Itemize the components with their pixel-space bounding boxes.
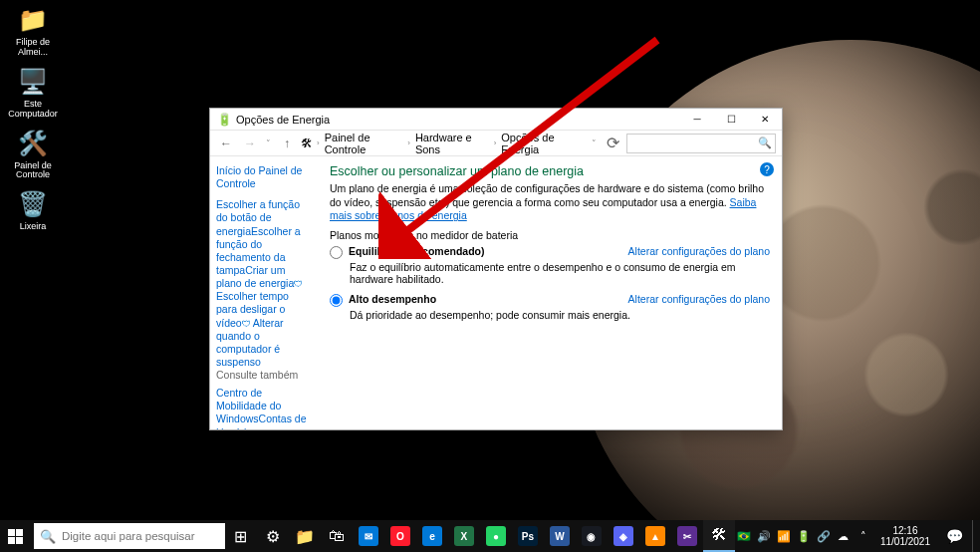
desktop-icon-this-pc[interactable]: 🖥️Este Computador xyxy=(4,66,62,120)
taskbar-app-whatsapp[interactable]: ● xyxy=(480,520,512,552)
recent-locations-button[interactable]: ˅ xyxy=(264,138,273,148)
page-description: Um plano de energia é uma coleção de con… xyxy=(330,182,770,223)
windows-logo-icon xyxy=(8,529,23,544)
control-panel-icon: 🛠 xyxy=(711,526,727,544)
tray-icon[interactable]: ˄ xyxy=(855,520,872,552)
breadcrumb-item[interactable]: Painel de Controle xyxy=(322,130,406,157)
plan-description: Dá prioridade ao desempenho; pode consum… xyxy=(350,309,770,321)
mail-icon: ✉ xyxy=(359,526,378,546)
start-button[interactable] xyxy=(0,520,32,552)
desktop-icon-label: Lixeira xyxy=(20,222,47,232)
taskbar-search[interactable]: 🔍 xyxy=(34,523,225,549)
taskbar-app-steam[interactable]: ◉ xyxy=(576,520,608,552)
taskbar-app-snipping[interactable]: ✂ xyxy=(671,520,703,552)
back-button[interactable]: ← xyxy=(216,134,236,153)
page-heading: Escolher ou personalizar um plano de ene… xyxy=(330,164,770,178)
user-folder-icon: 📁 xyxy=(17,4,49,36)
vlc-icon: ▲ xyxy=(645,526,665,546)
taskbar-app-mail[interactable]: ✉ xyxy=(353,520,384,552)
maximize-button[interactable]: ☐ xyxy=(714,109,748,131)
tray-icon[interactable]: 🔊 xyxy=(755,520,773,552)
clock[interactable]: 12:16 11/01/2021 xyxy=(874,525,936,547)
store-icon: 🛍 xyxy=(329,527,345,545)
tray-icon[interactable]: 🔗 xyxy=(815,520,833,552)
control-panel-icon: 🛠️ xyxy=(17,128,49,159)
breadcrumb-path[interactable]: 🛠›Painel de Controle›Hardware e Sons›Opç… xyxy=(301,130,586,157)
taskbar-app-excel[interactable]: X xyxy=(448,520,480,552)
sidebar-link-home[interactable]: Início do Painel de Controle xyxy=(216,164,312,190)
taskbar-app-word[interactable]: W xyxy=(544,520,576,552)
tray-icon[interactable]: 📶 xyxy=(775,520,793,552)
taskbar-app-discord[interactable]: ◈ xyxy=(608,520,639,552)
forward-button[interactable]: → xyxy=(240,134,260,153)
desktop-icon-user-folder[interactable]: 📁Filipe de Almei... xyxy=(4,4,62,58)
desktop-icon-recycle-bin[interactable]: 🗑️Lixeira xyxy=(4,188,62,232)
power-plan-option[interactable]: Equilibrado (recomendado) xyxy=(330,245,485,259)
photoshop-icon: Ps xyxy=(518,526,538,546)
refresh-button[interactable]: ⟳ xyxy=(603,134,622,153)
taskbar-app-vlc[interactable]: ▲ xyxy=(639,520,671,552)
whatsapp-icon: ● xyxy=(486,526,506,546)
file-explorer-icon: 📁 xyxy=(295,527,315,546)
search-input[interactable] xyxy=(626,134,776,153)
plan-radio[interactable] xyxy=(330,246,343,259)
breadcrumb-item[interactable]: Hardware e Sons xyxy=(412,130,492,157)
notification-center-button[interactable]: 💬 xyxy=(938,520,970,552)
edge-icon: e xyxy=(422,526,442,546)
titlebar[interactable]: 🔋 Opções de Energia ─ ☐ ✕ xyxy=(210,109,782,131)
recycle-bin-icon: 🗑️ xyxy=(17,188,49,220)
taskbar-app-photoshop[interactable]: Ps xyxy=(512,520,544,552)
main-content: ? Escolher ou personalizar um plano de e… xyxy=(318,156,782,429)
settings-icon: ⚙ xyxy=(266,527,280,546)
tray-icon[interactable]: 🔋 xyxy=(795,520,813,552)
desktop-icon-label: Este Computador xyxy=(4,100,62,120)
task-view-icon: ⊞ xyxy=(234,527,247,546)
help-icon[interactable]: ? xyxy=(760,162,774,176)
taskbar-app-file-explorer[interactable]: 📁 xyxy=(289,520,321,552)
opera-icon: O xyxy=(390,526,410,546)
battery-icon: 🔋 xyxy=(216,112,232,128)
plan-label[interactable]: Equilibrado (recomendado) xyxy=(349,245,485,257)
plan-description: Faz o equilíbrio automaticamente entre o… xyxy=(350,261,770,285)
window-title: Opções de Energia xyxy=(236,114,680,126)
plans-subheading: Planos mostrados no medidor de bateria xyxy=(330,229,770,241)
taskbar-app-edge[interactable]: e xyxy=(416,520,448,552)
see-also-heading: Consulte também xyxy=(216,369,312,381)
word-icon: W xyxy=(550,526,570,546)
taskbar-app-opera[interactable]: O xyxy=(384,520,416,552)
power-options-window: 🔋 Opções de Energia ─ ☐ ✕ ← → ˅ ↑ 🛠›Pain… xyxy=(209,108,783,430)
excel-icon: X xyxy=(454,526,474,546)
address-dropdown[interactable]: ˅ xyxy=(590,138,599,148)
breadcrumb-item[interactable]: Opções de Energia xyxy=(498,130,586,157)
taskbar-app-store[interactable]: 🛍 xyxy=(321,520,353,552)
this-pc-icon: 🖥️ xyxy=(17,66,49,98)
control-panel-icon: 🛠 xyxy=(301,137,313,150)
desktop-icon-control-panel[interactable]: 🛠️Painel de Controle xyxy=(4,128,62,181)
minimize-button[interactable]: ─ xyxy=(680,109,714,131)
power-plan-option[interactable]: Alto desempenho xyxy=(330,293,436,307)
tray-icon[interactable]: 🇧🇷 xyxy=(735,520,753,552)
address-bar: ← → ˅ ↑ 🛠›Painel de Controle›Hardware e … xyxy=(210,131,782,156)
taskbar-app-control-panel[interactable]: 🛠 xyxy=(703,520,735,552)
plan-radio[interactable] xyxy=(330,294,343,307)
desktop-icon-label: Painel de Controle xyxy=(4,161,62,181)
sidebar: Início do Painel de Controle Escolher a … xyxy=(210,156,318,429)
discord-icon: ◈ xyxy=(613,526,633,546)
change-plan-settings-link[interactable]: Alterar configurações do plano xyxy=(628,245,770,257)
up-button[interactable]: ↑ xyxy=(277,134,297,153)
plan-label[interactable]: Alto desempenho xyxy=(349,293,436,305)
search-icon: 🔍 xyxy=(40,529,56,544)
taskbar-app-settings[interactable]: ⚙ xyxy=(257,520,289,552)
snipping-icon: ✂ xyxy=(677,526,697,546)
change-plan-settings-link[interactable]: Alterar configurações do plano xyxy=(628,293,770,305)
taskbar-search-input[interactable] xyxy=(62,530,219,542)
desktop-icon-label: Filipe de Almei... xyxy=(4,38,62,58)
show-desktop-button[interactable] xyxy=(972,520,978,552)
steam-icon: ◉ xyxy=(582,526,602,546)
close-button[interactable]: ✕ xyxy=(748,109,782,131)
taskbar: 🔍 ⊞⚙📁🛍✉OeX●PsW◉◈▲✂🛠 🇧🇷🔊📶🔋🔗☁˄ 12:16 11/01… xyxy=(0,520,980,552)
taskbar-app-task-view[interactable]: ⊞ xyxy=(225,520,257,552)
tray-icon[interactable]: ☁ xyxy=(835,520,853,552)
